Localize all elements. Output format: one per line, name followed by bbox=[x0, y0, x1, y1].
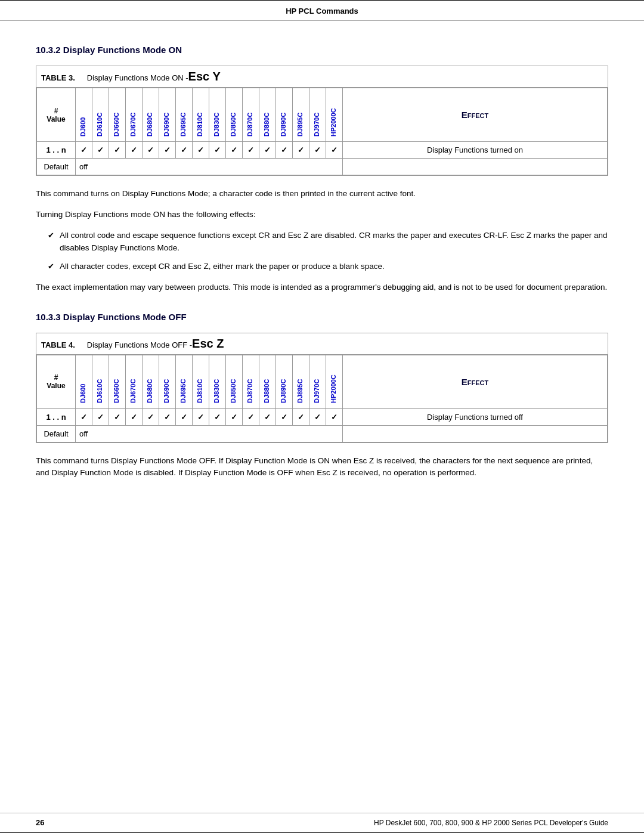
table-4-row-1: 1 . . n ✓ ✓ ✓ ✓ ✓ ✓ ✓ ✓ ✓ ✓ ✓ ✓ bbox=[37, 408, 608, 425]
t3-c5: ✓ bbox=[143, 142, 159, 159]
table-3-wrapper: TABLE 3. Display Functions Mode ON - Esc… bbox=[36, 66, 608, 176]
col-dj690c: DJ690C bbox=[159, 88, 176, 142]
t3-c15: ✓ bbox=[309, 142, 326, 159]
table-4-default-row: Default off bbox=[37, 425, 608, 442]
footer-page-number: 26 bbox=[36, 818, 44, 827]
t3-default-empty bbox=[343, 159, 608, 175]
t4-col-dj695c: DJ695C bbox=[176, 355, 193, 408]
bullet-2: All character codes, except CR and Esc Z… bbox=[48, 261, 608, 273]
section1-body2: Turning Display Functions mode ON has th… bbox=[36, 209, 608, 221]
t3-c7: ✓ bbox=[176, 142, 193, 159]
col-dj880c: DJ880C bbox=[259, 88, 276, 142]
col-dj670c: DJ670C bbox=[126, 88, 143, 142]
section-2-heading: 10.3.3 Display Functions Mode OFF bbox=[36, 312, 608, 322]
t4-col-dj600: DJ600 bbox=[76, 355, 92, 408]
t3-c8: ✓ bbox=[193, 142, 209, 159]
section1-bullet-list: All control code and escape sequence fun… bbox=[48, 230, 608, 273]
t4-c3: ✓ bbox=[109, 408, 126, 425]
section-1: 10.3.2 Display Functions Mode ON TABLE 3… bbox=[36, 45, 608, 294]
t4-c5: ✓ bbox=[143, 408, 159, 425]
t3-c6: ✓ bbox=[159, 142, 176, 159]
t4-c8: ✓ bbox=[193, 408, 209, 425]
t3-c1: ✓ bbox=[76, 142, 92, 159]
t4-col-dj610c: DJ610C bbox=[92, 355, 109, 408]
t3-value-1: 1 . . n bbox=[37, 142, 76, 159]
t3-c2: ✓ bbox=[92, 142, 109, 159]
t3-c12: ✓ bbox=[259, 142, 276, 159]
table-4-esc: Esc Z bbox=[192, 337, 224, 351]
t4-c9: ✓ bbox=[209, 408, 226, 425]
table-4-header-row: #Value DJ600 DJ610C DJ660C DJ670C DJ680C… bbox=[37, 355, 608, 408]
t3-c9: ✓ bbox=[209, 142, 226, 159]
table-3-title-prefix: Display Functions Mode ON - bbox=[87, 73, 188, 82]
table-4-title-row: TABLE 4. Display Functions Mode OFF - Es… bbox=[36, 333, 608, 355]
t3-c13: ✓ bbox=[276, 142, 293, 159]
bullet-1: All control code and escape sequence fun… bbox=[48, 230, 608, 255]
table-4-wrapper: TABLE 4. Display Functions Mode OFF - Es… bbox=[36, 333, 608, 443]
section2-body1: This command turns Display Functions Mod… bbox=[36, 455, 608, 480]
t4-effect-1: Display Functions turned off bbox=[343, 408, 608, 425]
table-4-title-prefix: Display Functions Mode OFF - bbox=[87, 340, 192, 349]
t3-c14: ✓ bbox=[293, 142, 309, 159]
t4-c12: ✓ bbox=[259, 408, 276, 425]
t3-default-label: Default bbox=[37, 159, 76, 175]
t4-default-empty bbox=[343, 425, 608, 442]
t4-c16: ✓ bbox=[326, 408, 343, 425]
table-3-esc: Esc Y bbox=[188, 70, 221, 83]
t4-default-label: Default bbox=[37, 425, 76, 442]
t4-c15: ✓ bbox=[309, 408, 326, 425]
t4-col-dj830c: DJ830C bbox=[209, 355, 226, 408]
table-3-title-row: TABLE 3. Display Functions Mode ON - Esc… bbox=[36, 66, 608, 88]
col-dj870c: DJ870C bbox=[243, 88, 259, 142]
t4-c11: ✓ bbox=[243, 408, 259, 425]
t4-c14: ✓ bbox=[293, 408, 309, 425]
col-dj610c: DJ610C bbox=[92, 88, 109, 142]
t4-value-header: #Value bbox=[37, 355, 76, 408]
col-dj895c: DJ895C bbox=[293, 88, 309, 142]
t4-col-dj690c: DJ690C bbox=[159, 355, 176, 408]
t4-c2: ✓ bbox=[92, 408, 109, 425]
t3-default-value: off bbox=[76, 159, 343, 175]
t3-c16: ✓ bbox=[326, 142, 343, 159]
col-dj810c: DJ810C bbox=[193, 88, 209, 142]
t4-col-dj670c: DJ670C bbox=[126, 355, 143, 408]
table-3-header-row: #Value DJ600 DJ610C DJ660C DJ670C DJ680C… bbox=[37, 88, 608, 142]
table-3-label: TABLE 3. bbox=[41, 73, 75, 82]
t4-c6: ✓ bbox=[159, 408, 176, 425]
table-3: #Value DJ600 DJ610C DJ660C DJ670C DJ680C… bbox=[36, 88, 608, 175]
page-content: 10.3.2 Display Functions Mode ON TABLE 3… bbox=[0, 21, 644, 813]
t4-col-dj810c: DJ810C bbox=[193, 355, 209, 408]
section1-body3: The exact implementation may vary betwee… bbox=[36, 281, 608, 294]
t4-value-1: 1 . . n bbox=[37, 408, 76, 425]
t4-col-dj970c: DJ970C bbox=[309, 355, 326, 408]
col-dj830c: DJ830C bbox=[209, 88, 226, 142]
t4-c1: ✓ bbox=[76, 408, 92, 425]
page-container: HP PCL Commands 10.3.2 Display Functions… bbox=[0, 0, 644, 833]
t4-col-dj870c: DJ870C bbox=[243, 355, 259, 408]
section-1-heading: 10.3.2 Display Functions Mode ON bbox=[36, 45, 608, 55]
section1-body1: This command turns on Display Functions … bbox=[36, 188, 608, 200]
t3-c10: ✓ bbox=[226, 142, 243, 159]
t4-col-dj880c: DJ880C bbox=[259, 355, 276, 408]
page-header: HP PCL Commands bbox=[0, 0, 644, 21]
header-title: HP PCL Commands bbox=[286, 7, 358, 16]
t4-c13: ✓ bbox=[276, 408, 293, 425]
col-dj660c: DJ660C bbox=[109, 88, 126, 142]
t3-effect-1: Display Functions turned on bbox=[343, 142, 608, 159]
t4-col-dj660c: DJ660C bbox=[109, 355, 126, 408]
col-hp2000c: HP2000C bbox=[326, 88, 343, 142]
table-4-label: TABLE 4. bbox=[41, 340, 75, 349]
t4-default-value: off bbox=[76, 425, 343, 442]
t4-col-dj890c: DJ890C bbox=[276, 355, 293, 408]
footer-title: HP DeskJet 600, 700, 800, 900 & HP 2000 … bbox=[374, 819, 608, 827]
col-dj695c: DJ695C bbox=[176, 88, 193, 142]
t4-c10: ✓ bbox=[226, 408, 243, 425]
col-dj850c: DJ850C bbox=[226, 88, 243, 142]
t3-c11: ✓ bbox=[243, 142, 259, 159]
col-dj680c: DJ680C bbox=[143, 88, 159, 142]
effect-header-t4: Effect bbox=[343, 355, 608, 408]
section-2: 10.3.3 Display Functions Mode OFF TABLE … bbox=[36, 312, 608, 480]
value-header: #Value bbox=[37, 88, 76, 142]
effect-header-t3: Effect bbox=[343, 88, 608, 142]
table-4: #Value DJ600 DJ610C DJ660C DJ670C DJ680C… bbox=[36, 355, 608, 442]
